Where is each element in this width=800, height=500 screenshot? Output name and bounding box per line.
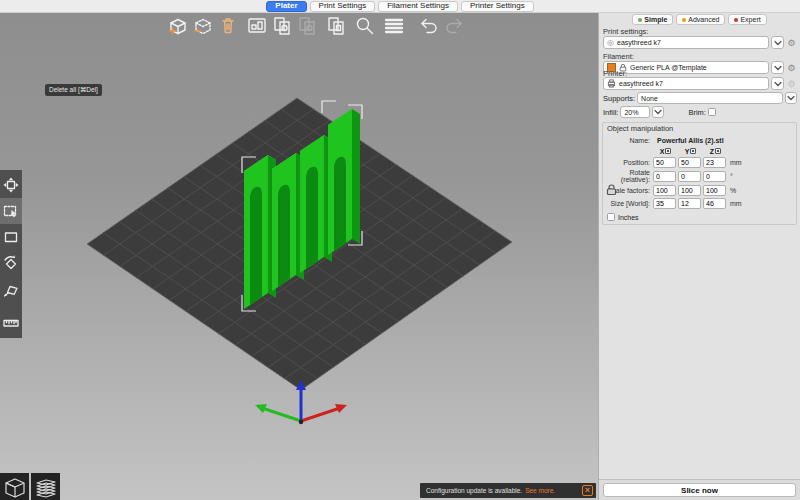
mode-advanced-button[interactable]: Advanced: [676, 14, 725, 25]
uniform-scale-lock-icon[interactable]: [606, 183, 617, 196]
remove-object-icon[interactable]: [191, 14, 215, 38]
filament-gear-icon[interactable]: ⚙: [786, 63, 797, 73]
printer-value: easythreed k7: [619, 80, 663, 87]
printer-gear-icon: ⚙: [786, 79, 797, 89]
printer-dropdown-button[interactable]: [771, 77, 784, 90]
notification-text: Configuration update is available.: [426, 487, 522, 494]
layers-editing-icon[interactable]: [382, 14, 406, 38]
inches-checkbox[interactable]: [607, 213, 615, 221]
delete-all-icon[interactable]: [216, 14, 240, 38]
expert-dot-icon: [734, 18, 738, 22]
rotate-z-field[interactable]: [703, 171, 726, 182]
rotate-tool[interactable]: [0, 250, 22, 276]
position-z-field[interactable]: [703, 157, 726, 168]
inches-row: Inches: [607, 211, 796, 223]
3d-view-icon[interactable]: [0, 473, 29, 500]
position-x-field[interactable]: [653, 157, 676, 168]
position-y-field[interactable]: [678, 157, 701, 168]
axis-indicator: [255, 380, 347, 424]
size-x-field[interactable]: [653, 198, 676, 209]
printer-icon: [607, 79, 616, 88]
mirror-x-icon[interactable]: [665, 148, 671, 154]
mode-expert-label: Expert: [740, 16, 760, 23]
print-settings-dropdown-button[interactable]: [771, 36, 784, 49]
simple-dot-icon: [638, 18, 642, 22]
rotate-x-field[interactable]: [653, 171, 676, 182]
add-object-icon[interactable]: [166, 14, 190, 38]
notification-close-icon[interactable]: ×: [582, 485, 593, 496]
delete-all-tooltip: Delete all [⌘Del]: [45, 84, 102, 96]
scale-y-field[interactable]: [678, 185, 701, 196]
axis-x-header: X: [653, 148, 678, 155]
print-settings-label: Print settings:: [603, 27, 648, 36]
arrange-icon[interactable]: [245, 14, 269, 38]
supports-dropdown-button[interactable]: [785, 92, 797, 104]
move-tool[interactable]: [0, 172, 22, 198]
filament-value: Generic PLA @Template: [630, 64, 707, 71]
tab-print-settings[interactable]: Print Settings: [310, 1, 376, 12]
rotate-label: Rotate (relative):: [603, 169, 653, 183]
rotate-unit: °: [730, 173, 733, 180]
profile-icon: ◎: [607, 38, 614, 47]
slicer-window: Plater Print Settings Filament Settings …: [0, 0, 800, 500]
filament-row: Generic PLA @Template ⚙: [603, 61, 797, 74]
printer-combo[interactable]: easythreed k7: [603, 77, 769, 90]
select-tool[interactable]: [0, 198, 22, 224]
tab-filament-settings[interactable]: Filament Settings: [378, 1, 458, 12]
mode-expert-button[interactable]: Expert: [728, 14, 766, 25]
mirror-y-icon[interactable]: [690, 148, 696, 154]
layers-view-icon[interactable]: [31, 473, 60, 500]
mode-switcher: Simple Advanced Expert: [599, 14, 800, 25]
infill-combo[interactable]: 20%: [620, 106, 650, 118]
viewport-3d[interactable]: Delete all [⌘Del]: [0, 13, 598, 500]
infill-dropdown-button[interactable]: [652, 106, 664, 118]
view-switcher: [0, 473, 60, 500]
zoom-icon[interactable]: [353, 14, 377, 38]
paste-object-icon: [295, 14, 319, 38]
printer-row: easythreed k7 ⚙: [603, 77, 797, 90]
tool-palette: [0, 170, 22, 338]
axis-y-header: Y: [678, 148, 703, 155]
redo-icon: [442, 14, 466, 38]
rotate-row: Rotate (relative): °: [603, 170, 796, 182]
scale-row: Scale factors: %: [603, 184, 796, 196]
flatten-tool[interactable]: [0, 276, 22, 302]
print-settings-combo[interactable]: ◎ easythreed k7: [603, 36, 769, 49]
split-object-icon[interactable]: [324, 14, 348, 38]
undo-icon[interactable]: [417, 14, 441, 38]
rotate-y-field[interactable]: [678, 171, 701, 182]
brim-checkbox[interactable]: [708, 108, 716, 116]
see-more-link[interactable]: See more.: [525, 487, 555, 494]
filament-dropdown-button[interactable]: [771, 61, 784, 74]
size-unit: mm: [730, 200, 742, 207]
advanced-dot-icon: [682, 18, 686, 22]
mode-simple-label: Simple: [644, 16, 667, 23]
filament-combo[interactable]: Generic PLA @Template: [603, 61, 769, 74]
supports-combo[interactable]: None: [637, 92, 783, 104]
scale-z-field[interactable]: [703, 185, 726, 196]
position-label: Position:: [603, 159, 653, 166]
slice-now-button[interactable]: Slice now: [603, 483, 796, 497]
mode-simple-button[interactable]: Simple: [632, 14, 673, 25]
size-row: Size [World]: mm: [603, 197, 796, 209]
settings-panel: Simple Advanced Expert Print settings: ◎…: [598, 13, 800, 500]
print-settings-value: easythreed k7: [617, 39, 661, 46]
mode-advanced-label: Advanced: [688, 16, 719, 23]
supports-value: None: [641, 95, 658, 102]
tab-plater[interactable]: Plater: [266, 1, 306, 12]
scale-tool[interactable]: [0, 224, 22, 250]
position-unit: mm: [730, 159, 742, 166]
copy-object-icon[interactable]: [270, 14, 294, 38]
notification-bar: Configuration update is available. See m…: [420, 483, 596, 498]
supports-row: Supports: None: [603, 92, 797, 104]
axis-z-header: Z: [703, 148, 728, 155]
size-y-field[interactable]: [678, 198, 701, 209]
scale-x-field[interactable]: [653, 185, 676, 196]
mirror-z-icon[interactable]: [715, 148, 721, 154]
size-z-field[interactable]: [703, 198, 726, 209]
supports-label: Supports:: [603, 94, 635, 103]
tab-printer-settings[interactable]: Printer Settings: [461, 1, 534, 12]
measure-tool[interactable]: [0, 310, 22, 336]
object-manipulation-box: Object manipulation Name: Powerful Allis…: [602, 122, 797, 225]
print-settings-gear-icon[interactable]: ⚙: [786, 38, 797, 48]
